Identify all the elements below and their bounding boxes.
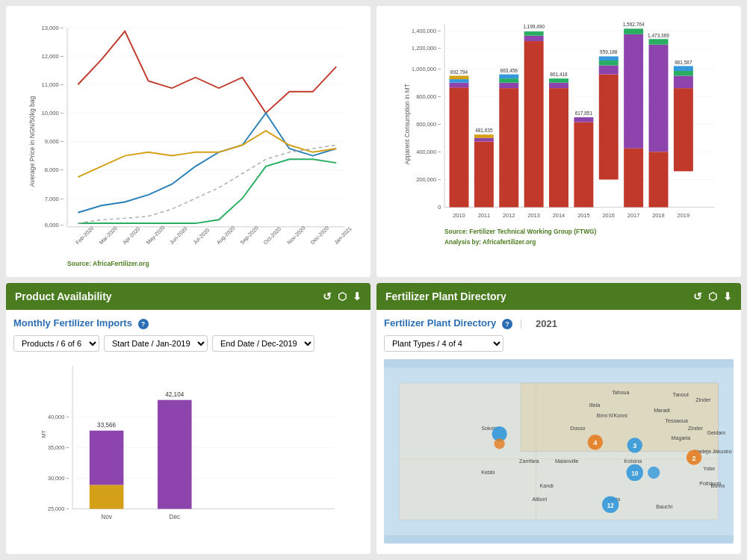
- svg-text:1,400,000 ~: 1,400,000 ~: [412, 28, 441, 34]
- svg-rect-81: [649, 45, 669, 152]
- plant-filters-row: Plant Types / 4 of 4: [384, 335, 734, 352]
- svg-text:10: 10: [631, 470, 639, 477]
- filters-row: Products / 6 of 6 Start Date / Jan-2019 …: [13, 335, 363, 352]
- svg-text:Kebbi: Kebbi: [481, 470, 495, 476]
- price-line-red: [78, 31, 336, 113]
- svg-text:40,000 ~: 40,000 ~: [48, 414, 69, 420]
- product-availability-title: Product Availability: [15, 290, 112, 302]
- svg-text:863,458: 863,458: [500, 68, 518, 73]
- refresh-icon[interactable]: ↺: [323, 290, 332, 302]
- svg-text:2017: 2017: [627, 212, 639, 219]
- svg-rect-56: [499, 88, 518, 207]
- svg-rect-74: [599, 60, 619, 65]
- consumption-chart-body: Apparent Consumption in MT 0 200,000 ~ 4…: [376, 6, 741, 277]
- fertilizer-plant-header: Fertilizer Plant Directory ↺ ⬡ ⬇: [376, 283, 741, 310]
- fertilizer-plant-help[interactable]: ?: [502, 319, 512, 329]
- svg-text:Alibori: Alibori: [532, 497, 547, 503]
- svg-text:4: 4: [593, 439, 598, 447]
- y-axis-label: Average Price in NGN/50kg bag: [28, 96, 36, 187]
- fertilizer-download-icon[interactable]: ⬇: [723, 290, 732, 302]
- svg-rect-83: [649, 39, 669, 44]
- svg-text:Zinder: Zinder: [695, 397, 711, 403]
- svg-text:Jakusko: Jakusko: [713, 449, 732, 455]
- svg-text:Illela: Illela: [589, 402, 601, 408]
- svg-text:1,199,490: 1,199,490: [523, 24, 545, 29]
- svg-text:Apr-2020: Apr-2020: [122, 226, 141, 246]
- availability-chart: 25,000 ~ 30,000 ~ 35,000 ~ 40,000 ~ MT 3…: [13, 359, 363, 536]
- svg-text:Zamfara: Zamfara: [519, 458, 539, 464]
- svg-text:6,000 ~: 6,000 ~: [45, 222, 64, 228]
- svg-rect-82: [649, 152, 669, 207]
- svg-text:12,000 ~: 12,000 ~: [41, 53, 63, 60]
- svg-text:7,000 ~: 7,000 ~: [45, 196, 64, 202]
- products-filter[interactable]: Products / 6 of 6: [13, 335, 99, 352]
- svg-text:Malanville: Malanville: [555, 458, 579, 464]
- svg-rect-54: [474, 134, 494, 138]
- svg-rect-47: [450, 87, 469, 207]
- plant-types-filter[interactable]: Plant Types / 4 of 4: [384, 335, 503, 352]
- svg-rect-59: [499, 75, 518, 79]
- dec-bar: [158, 400, 192, 509]
- svg-text:Oct-2020: Oct-2020: [263, 226, 282, 246]
- svg-rect-73: [599, 66, 619, 75]
- svg-text:Tahoua: Tahoua: [612, 390, 629, 396]
- svg-text:30,000 ~: 30,000 ~: [48, 475, 69, 482]
- svg-text:Jun-2020: Jun-2020: [169, 225, 189, 246]
- price-chart-card: Average Price in NGN/50kg bag 6,000 ~ 7,…: [6, 6, 371, 277]
- svg-text:8,000 ~: 8,000 ~: [45, 167, 64, 173]
- svg-text:2010: 2010: [453, 212, 465, 219]
- svg-text:Zinder: Zinder: [688, 426, 704, 432]
- svg-text:Potiskum: Potiskum: [699, 481, 721, 487]
- start-date-filter[interactable]: Start Date / Jan-2019: [104, 335, 208, 352]
- svg-text:600,000 ~: 600,000 ~: [416, 121, 441, 128]
- header-icons: ↺ ⬡ ⬇: [323, 290, 362, 302]
- svg-text:Sep-2020: Sep-2020: [239, 225, 260, 246]
- monthly-imports-title: Monthly Fertilizer Imports ?: [13, 317, 363, 329]
- camera-icon[interactable]: ⬡: [338, 290, 347, 302]
- fertilizer-plant-body: Fertilizer Plant Directory ? | 2021 Plan…: [376, 310, 741, 554]
- svg-rect-86: [674, 75, 693, 88]
- svg-rect-50: [450, 75, 469, 79]
- svg-text:Bauchi: Bauchi: [656, 504, 672, 510]
- svg-text:1,000,000 ~: 1,000,000 ~: [412, 66, 441, 72]
- svg-text:400,000 ~: 400,000 ~: [416, 149, 441, 155]
- svg-rect-63: [524, 31, 544, 36]
- svg-text:2019: 2019: [678, 212, 689, 219]
- svg-text:0: 0: [438, 204, 441, 211]
- price-chart-svg: Average Price in NGN/50kg bag 6,000 ~ 7,…: [13, 13, 363, 270]
- svg-rect-66: [549, 83, 568, 88]
- download-icon[interactable]: ⬇: [353, 290, 362, 302]
- svg-text:Kandi: Kandi: [540, 483, 554, 489]
- svg-text:Aug-2020: Aug-2020: [216, 225, 237, 246]
- svg-rect-53: [474, 138, 494, 142]
- consumption-chart-card: Apparent Consumption in MT 0 200,000 ~ 4…: [376, 6, 741, 277]
- product-availability-card: Product Availability ↺ ⬡ ⬇ Monthly Ferti…: [6, 283, 371, 554]
- fertilizer-camera-icon[interactable]: ⬡: [708, 290, 717, 302]
- svg-text:42,104: 42,104: [165, 391, 184, 398]
- svg-rect-72: [599, 75, 619, 180]
- fertilizer-year: 2021: [536, 318, 557, 329]
- svg-rect-49: [450, 79, 469, 83]
- svg-rect-70: [574, 117, 593, 122]
- svg-text:33,566: 33,566: [97, 422, 116, 429]
- svg-text:May-2020: May-2020: [145, 225, 166, 246]
- fertilizer-plant-title: Fertilizer Plant Directory: [385, 290, 506, 302]
- svg-rect-75: [599, 56, 619, 60]
- svg-text:200,000 ~: 200,000 ~: [416, 176, 441, 183]
- svg-text:25,000 ~: 25,000 ~: [48, 505, 69, 512]
- svg-text:481,635: 481,635: [475, 128, 493, 133]
- end-date-filter[interactable]: End Date / Dec-2019: [212, 335, 314, 352]
- svg-rect-69: [574, 122, 593, 208]
- svg-rect-62: [524, 36, 544, 41]
- svg-text:Jul-2020: Jul-2020: [192, 227, 211, 246]
- svg-text:861,418: 861,418: [550, 72, 568, 77]
- fertilizer-refresh-icon[interactable]: ↺: [693, 290, 702, 302]
- monthly-imports-help[interactable]: ?: [138, 319, 149, 329]
- nov-bar-purple: [90, 431, 124, 485]
- price-chart-source: Source: AfricaFertilizer.org: [67, 260, 149, 267]
- svg-text:Feb-2020: Feb-2020: [75, 225, 95, 246]
- svg-text:Apparent Consumption in MT: Apparent Consumption in MT: [403, 84, 411, 164]
- svg-text:617,851: 617,851: [575, 111, 593, 116]
- svg-text:9,000 ~: 9,000 ~: [45, 138, 64, 145]
- svg-text:2014: 2014: [553, 212, 565, 219]
